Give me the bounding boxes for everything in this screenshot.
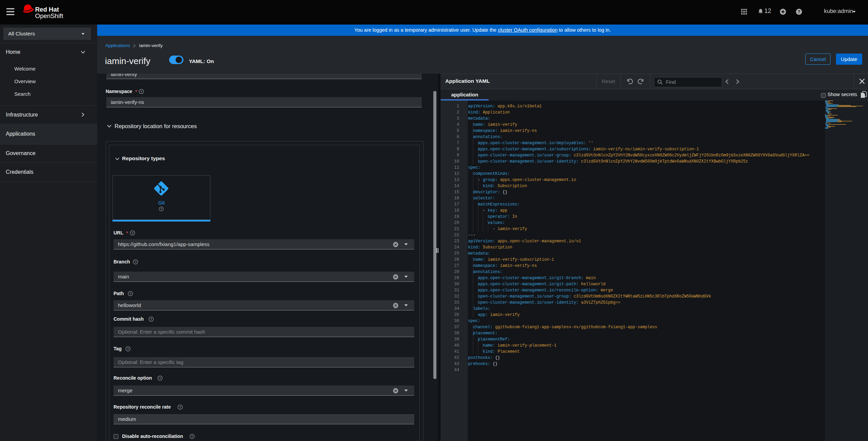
svg-text:?: ? — [132, 231, 134, 235]
svg-text:?: ? — [130, 292, 132, 295]
svg-text:?: ? — [127, 347, 129, 351]
svg-text:?: ? — [135, 260, 137, 264]
svg-text:?: ? — [191, 435, 193, 438]
svg-text:?: ? — [179, 406, 181, 409]
svg-text:?: ? — [160, 207, 162, 211]
svg-text:?: ? — [150, 318, 152, 321]
svg-text:?: ? — [159, 377, 161, 380]
svg-text:?: ? — [798, 10, 800, 14]
svg-text:?: ? — [140, 90, 143, 93]
